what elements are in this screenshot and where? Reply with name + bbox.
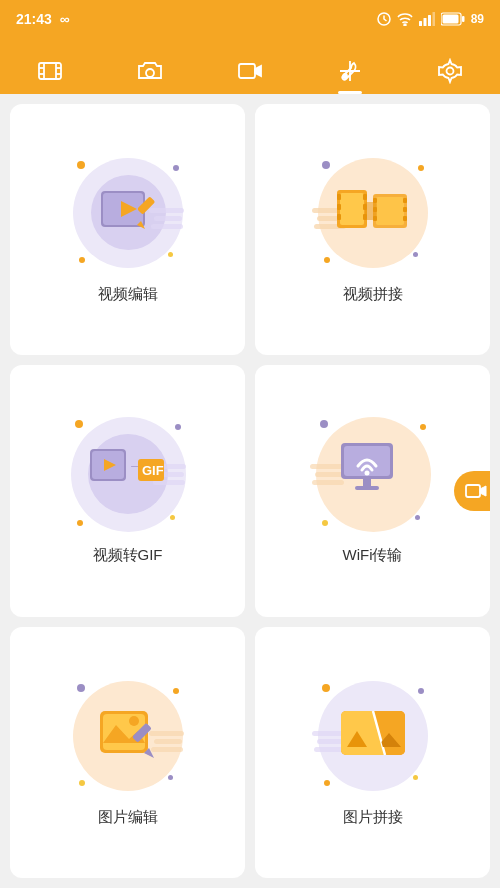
svg-rect-7 bbox=[462, 16, 465, 22]
video-join-label: 视频拼接 bbox=[343, 285, 403, 304]
svg-point-65 bbox=[364, 471, 369, 476]
nav-item-video[interactable] bbox=[25, 54, 75, 88]
float-camera-button[interactable] bbox=[454, 471, 490, 511]
svg-point-20 bbox=[447, 68, 454, 75]
float-camera-icon bbox=[465, 482, 487, 500]
svg-rect-2 bbox=[419, 21, 422, 26]
image-edit-illustration bbox=[63, 676, 193, 796]
live-icon bbox=[237, 58, 263, 84]
wifi-illustration bbox=[308, 414, 438, 534]
grid-item-video-join[interactable]: 视频拼接 bbox=[255, 104, 490, 355]
nav-item-settings[interactable] bbox=[425, 54, 475, 88]
svg-rect-33 bbox=[340, 193, 364, 225]
svg-rect-17 bbox=[239, 64, 255, 78]
grid-item-image-join[interactable]: 图片拼接 bbox=[255, 627, 490, 878]
image-edit-label: 图片编辑 bbox=[98, 808, 158, 827]
battery-icon bbox=[441, 12, 465, 26]
video-gif-label: 视频转GIF bbox=[93, 546, 163, 565]
image-edit-icon bbox=[94, 703, 162, 769]
wifi-transfer-icon bbox=[333, 438, 413, 510]
infinity-icon: ∞ bbox=[60, 11, 70, 27]
status-bar: 21:43 ∞ 89 bbox=[0, 0, 500, 38]
battery-level: 89 bbox=[471, 12, 484, 26]
nav-item-live[interactable] bbox=[225, 54, 275, 88]
svg-point-1 bbox=[404, 24, 406, 26]
image-join-icon bbox=[337, 703, 409, 769]
svg-rect-5 bbox=[432, 12, 435, 26]
film-icon bbox=[37, 58, 63, 84]
svg-point-16 bbox=[146, 69, 154, 77]
svg-rect-34 bbox=[337, 194, 341, 200]
clock-icon bbox=[377, 12, 391, 26]
time-display: 21:43 bbox=[16, 11, 52, 27]
svg-rect-45 bbox=[403, 198, 407, 203]
video-edit-label: 视频编辑 bbox=[98, 285, 158, 304]
tools-icon bbox=[337, 58, 363, 84]
image-join-illustration bbox=[308, 676, 438, 796]
video-join-icon bbox=[335, 182, 410, 244]
svg-rect-37 bbox=[363, 194, 367, 200]
wifi-label: WiFi传输 bbox=[343, 546, 403, 565]
wifi-icon bbox=[397, 12, 413, 26]
svg-rect-48 bbox=[365, 202, 377, 220]
svg-rect-9 bbox=[39, 63, 61, 79]
svg-rect-64 bbox=[355, 486, 379, 490]
grid-item-image-edit[interactable]: 图片编辑 bbox=[10, 627, 245, 878]
svg-rect-4 bbox=[428, 15, 431, 26]
grid-item-video-edit[interactable]: 视频编辑 bbox=[10, 104, 245, 355]
video-join-illustration bbox=[308, 153, 438, 273]
svg-rect-41 bbox=[376, 197, 404, 225]
svg-rect-47 bbox=[403, 216, 407, 221]
video-edit-icon bbox=[93, 181, 163, 245]
grid-item-video-gif[interactable]: → GIF 视频转GIF bbox=[10, 365, 245, 616]
tools-grid: 视频编辑 bbox=[0, 94, 500, 888]
nav-bar bbox=[0, 38, 500, 94]
video-edit-illustration bbox=[63, 153, 193, 273]
svg-rect-66 bbox=[466, 485, 480, 497]
svg-rect-3 bbox=[423, 18, 426, 26]
settings-icon bbox=[437, 58, 463, 84]
svg-rect-46 bbox=[403, 207, 407, 212]
svg-point-74 bbox=[129, 716, 139, 726]
camera-icon bbox=[137, 58, 163, 84]
nav-item-camera[interactable] bbox=[125, 54, 175, 88]
status-left: 21:43 ∞ bbox=[16, 11, 70, 27]
video-gif-illustration: → GIF bbox=[63, 414, 193, 534]
grid-item-wifi[interactable]: WiFi传输 bbox=[255, 365, 490, 616]
svg-rect-35 bbox=[337, 204, 341, 210]
nav-item-tools[interactable] bbox=[325, 54, 375, 88]
svg-text:GIF: GIF bbox=[142, 463, 164, 478]
status-right: 89 bbox=[377, 12, 484, 26]
svg-rect-63 bbox=[363, 479, 371, 487]
svg-point-19 bbox=[343, 74, 347, 78]
image-join-label: 图片拼接 bbox=[343, 808, 403, 827]
video-gif-icon: → GIF bbox=[88, 441, 168, 507]
svg-rect-36 bbox=[337, 214, 341, 220]
signal-icon bbox=[419, 12, 435, 26]
svg-rect-8 bbox=[442, 15, 458, 24]
